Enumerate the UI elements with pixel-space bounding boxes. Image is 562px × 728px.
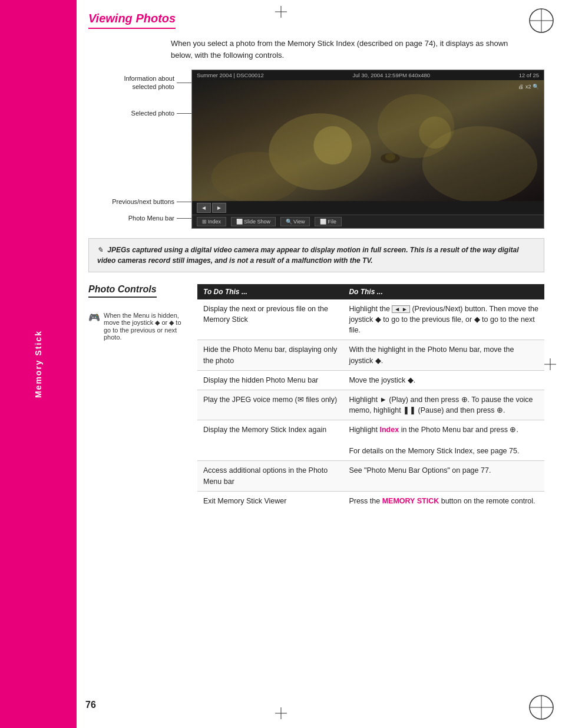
- note-text: JPEGs captured using a digital video cam…: [97, 246, 519, 265]
- selected-photo-line: [177, 113, 191, 114]
- dothis-cell: Highlight the ◄ ► (Previous/Next) button…: [343, 299, 544, 340]
- dothis-cell: Move the joystick ◆.: [343, 370, 544, 390]
- todo-cell: Hide the Photo Menu bar, displaying only…: [197, 340, 343, 370]
- view-icon: 🔍: [286, 219, 292, 225]
- svg-point-27: [385, 153, 395, 161]
- file-label: File: [328, 219, 336, 225]
- dothis-cell: See "Photo Menu Bar Options" on page 77.: [343, 461, 544, 491]
- prev-next-buttons-bar: ◄ ►: [192, 201, 544, 215]
- dothis-cell: Press the MEMORY STICK button on the rem…: [343, 491, 544, 510]
- table-row: Exit Memory Stick Viewer Press the MEMOR…: [197, 491, 544, 510]
- photo-header-left: Summer 2004 | DSC00012: [197, 72, 264, 78]
- dothis-cell: Highlight Index in the Photo Menu bar an…: [343, 420, 544, 461]
- photo-image-area: 🖨 x2 🔍: [192, 80, 544, 201]
- prev-next-button-group[interactable]: ◄ ►: [197, 203, 226, 213]
- page-title: Viewing Photos: [88, 12, 176, 29]
- info-label: Information aboutselected photo: [124, 74, 191, 91]
- photo-image: 🖨 x2 🔍: [192, 80, 544, 201]
- joystick-icon: 🎮: [88, 312, 100, 350]
- view-label: View: [293, 219, 305, 225]
- table-row: Display the next or previous file on the…: [197, 299, 544, 340]
- photo-controls-left: Photo Controls 🎮 When the Menu is hidden…: [88, 284, 189, 510]
- svg-point-25: [419, 117, 451, 149]
- photo-viewer: Summer 2004 | DSC00012 Jul 30, 2004 12:5…: [191, 70, 544, 229]
- slideshow-label: Slide Show: [244, 219, 270, 225]
- note-prefix: ✎: [97, 246, 103, 254]
- info-line: [177, 83, 191, 83]
- photo-header: Summer 2004 | DSC00012 Jul 30, 2004 12:5…: [192, 70, 544, 80]
- slideshow-button[interactable]: ⬜ Slide Show: [231, 217, 276, 226]
- index-label: Index: [208, 219, 221, 225]
- memory-stick-sidebar: Memory Stick: [0, 0, 77, 728]
- photo-controls-section: Photo Controls 🎮 When the Menu is hidden…: [88, 284, 544, 510]
- table-row: Hide the Photo Menu bar, displaying only…: [197, 340, 544, 370]
- selected-photo-label: Selected photo: [131, 110, 191, 117]
- col2-header: Do This ...: [343, 284, 544, 299]
- todo-cell: Display the hidden Photo Menu bar: [197, 370, 343, 390]
- file-icon: ⬜: [320, 219, 326, 225]
- menu-bar-line: [177, 218, 191, 219]
- page-number: 76: [85, 700, 96, 710]
- note-box: ✎ JPEGs captured using a digital video c…: [88, 238, 544, 272]
- slideshow-icon: ⬜: [236, 219, 243, 225]
- photo-header-right: 12 of 25: [519, 72, 539, 78]
- sidebar-note-container: 🎮 When the Menu is hidden, move the joys…: [88, 312, 189, 350]
- table-row: Display the hidden Photo Menu bar Move t…: [197, 370, 544, 390]
- sidebar-note: When the Menu is hidden, move the joysti…: [104, 312, 189, 341]
- col1-header: To Do This ...: [197, 284, 343, 299]
- sidebar-label: Memory Stick: [34, 330, 43, 398]
- dothis-cell: Highlight ► (Play) and then press ⊕. To …: [343, 390, 544, 420]
- photo-labels-col: Information aboutselected photo Selected…: [88, 70, 191, 229]
- svg-point-24: [313, 126, 352, 164]
- todo-cell: Exit Memory Stick Viewer: [197, 491, 343, 510]
- photo-header-middle: Jul 30, 2004 12:59PM 640x480: [353, 72, 431, 78]
- photo-top-right-icons: 🖨 x2 🔍: [518, 84, 539, 90]
- photo-menu-bar[interactable]: ⊞ Index ⬜ Slide Show 🔍 View ⬜ File: [192, 215, 544, 228]
- index-icon: ⊞: [202, 219, 207, 225]
- section-title: Photo Controls: [88, 284, 157, 298]
- file-button[interactable]: ⬜ File: [315, 217, 342, 226]
- todo-cell: Play the JPEG voice memo (✉ files only): [197, 390, 343, 420]
- table-row: Access additional options in the Photo M…: [197, 461, 544, 491]
- svg-point-22: [211, 151, 301, 201]
- todo-cell: Display the next or previous file on the…: [197, 299, 343, 340]
- next-button[interactable]: ►: [212, 203, 226, 213]
- todo-cell: Display the Memory Stick Index again: [197, 420, 343, 461]
- dothis-cell: With the highlight in the Photo Menu bar…: [343, 340, 544, 370]
- prev-next-label: Previous/next buttons: [112, 198, 191, 205]
- view-button[interactable]: 🔍 View: [280, 217, 310, 226]
- table-row: Play the JPEG voice memo (✉ files only) …: [197, 390, 544, 420]
- todo-cell: Access additional options in the Photo M…: [197, 461, 343, 491]
- index-button[interactable]: ⊞ Index: [197, 217, 226, 226]
- table-row: Display the Memory Stick Index again Hig…: [197, 420, 544, 461]
- intro-text: When you select a photo from the Memory …: [171, 38, 513, 61]
- menu-bar-label: Photo Menu bar: [128, 215, 191, 222]
- prev-button[interactable]: ◄: [197, 203, 211, 213]
- prev-next-line: [177, 202, 191, 202]
- controls-table: To Do This ... Do This ... Display the n…: [197, 284, 544, 510]
- photo-controls-right: To Do This ... Do This ... Display the n…: [197, 284, 544, 510]
